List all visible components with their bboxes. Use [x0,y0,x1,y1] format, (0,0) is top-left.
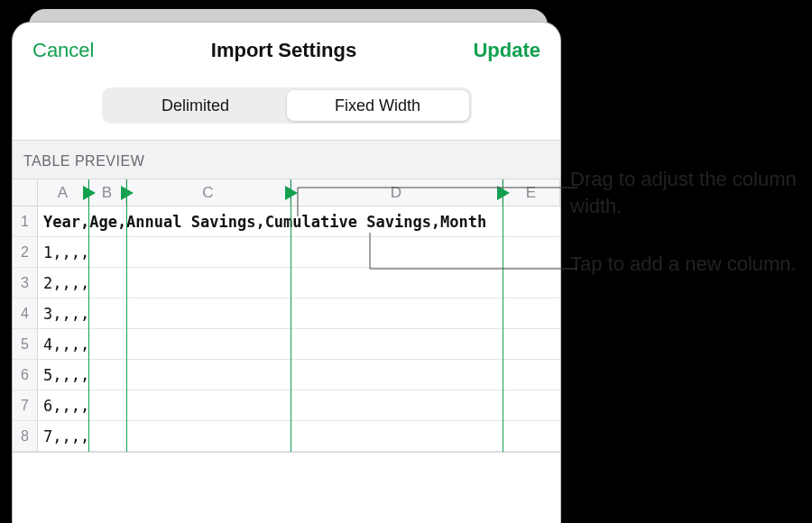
leader-lines [0,0,812,523]
